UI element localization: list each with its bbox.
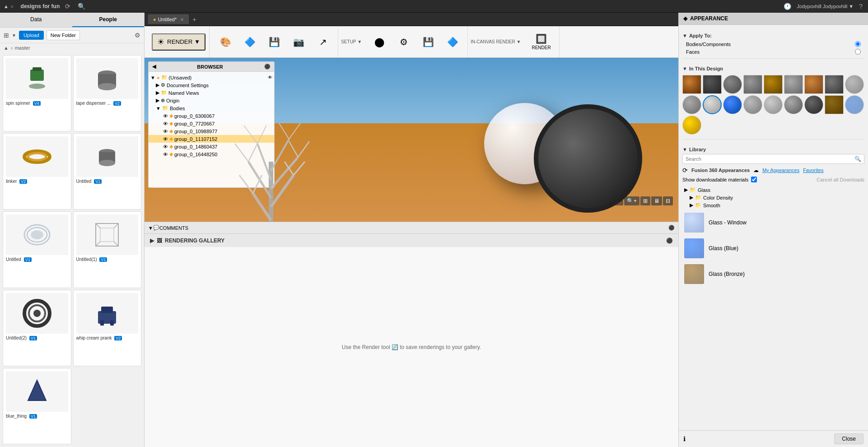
sync-icon[interactable]: ⟳ [63,2,72,11]
design-item[interactable]: Untitled V1 [3,211,71,288]
comments-expand-icon[interactable]: ▼ [148,225,153,231]
folder-color-density[interactable]: ▶ 📁 Color Density [682,194,864,201]
material-thumb-14[interactable] [764,95,783,114]
settings-icon[interactable]: ⚙ [135,32,140,39]
nav-zoom-btn[interactable]: 🔍+ [624,196,639,205]
material-thumb-5[interactable] [764,75,783,94]
panel-footer: ℹ Close [679,430,868,447]
design-item[interactable]: whip cream prank V2 [73,290,142,366]
material-thumb-15[interactable] [784,95,803,114]
svg-point-10 [99,160,115,166]
canvas-btn-2[interactable]: ⚙ [392,34,415,50]
nav-fit-btn[interactable]: ⊞ [640,196,650,205]
apply-to-header[interactable]: ▼ Apply To: [682,31,864,40]
folder-icon: 📁 [695,202,701,208]
design-item[interactable]: blue_thing V1 [3,368,71,444]
material-thumb-16[interactable] [804,95,823,114]
material-thumb-7[interactable] [804,75,823,94]
gallery-expand-icon[interactable]: ▶ [150,237,154,244]
active-tab[interactable]: ● Untitled* ✕ [148,14,189,24]
material-thumb-2[interactable] [703,75,722,94]
design-item[interactable]: spin spinner V4 [3,55,71,131]
view-dropdown-icon[interactable]: ▼ [12,33,16,38]
tab-people[interactable]: People [72,13,145,27]
faces-radio[interactable] [855,49,861,55]
setup-btn-2[interactable]: 🔷 [238,34,261,50]
design-item[interactable]: tape dispenser ... V2 [73,55,142,131]
nav-display-btn[interactable]: 🖥 [651,196,662,205]
cancel-downloads-btn[interactable]: Cancel all Downloads [817,177,864,182]
show-downloads-checkbox[interactable] [751,177,757,182]
material-glass-blue[interactable]: Glass (Blue) [682,236,864,261]
tree-item-label: group_0_11107152 [174,136,217,142]
comments-icon: 💬 [153,225,159,231]
material-thumb-6[interactable] [784,75,803,94]
design-item[interactable]: Untitled(2) V1 [3,290,71,366]
search-icon[interactable]: 🔍 [76,2,87,11]
close-button[interactable]: Close [834,433,863,444]
material-thumb-1[interactable] [682,75,701,94]
material-thumb-18[interactable] [845,95,864,114]
lib-tab-my[interactable]: My Appearances [762,168,799,173]
material-thumb-10[interactable] [682,95,701,114]
comments-label[interactable]: COMMENTS [159,225,188,231]
folder-smooth[interactable]: ▶ 📁 Smooth [682,201,864,209]
refresh-icon[interactable]: ⟳ [682,167,688,174]
design-item[interactable]: Untitled(1) V1 [73,211,142,288]
view-toggle-icon[interactable]: ⊞ [4,32,9,39]
setup-btn-1[interactable]: 🎨 [214,34,237,50]
library-tabs: ⟳ Fusion 360 Appearances ☁ My Appearance… [682,167,864,174]
in-design-header[interactable]: ▼ In This Design [682,64,864,73]
material-thumb-9[interactable] [845,75,864,94]
breadcrumb-label[interactable]: master [15,45,30,51]
material-thumb-12[interactable] [723,95,742,114]
new-folder-button[interactable]: New Folder [47,30,80,40]
render-final-btn[interactable]: 🔲 RENDER [527,31,555,53]
material-thumb-8[interactable] [825,75,844,94]
tab-close-icon[interactable]: ✕ [180,17,184,22]
setup-btn-4[interactable]: 📷 [287,34,310,50]
material-glass-bronze[interactable]: Glass (Bronze) [682,261,864,287]
faces-radio-row: Faces [682,48,864,56]
setup-btn-3[interactable]: 💾 [263,34,285,50]
material-thumb-11[interactable] [703,95,722,114]
setup-btn-5[interactable]: ↗ [312,34,334,50]
tab-data[interactable]: Data [0,13,72,27]
search-icon[interactable]: 🔍 [854,156,861,162]
canvas-btn-1[interactable]: ⬤ [368,34,391,50]
upload-button[interactable]: Upload [19,31,44,40]
material-thumb-13[interactable] [743,95,762,114]
help-icon[interactable]: ? [857,2,864,11]
comments-pin-icon[interactable]: ⚫ [668,225,675,231]
tree-material-icon: ◆ [169,121,173,126]
browser-collapse-icon[interactable]: ◀ [152,64,156,70]
canvas-btn-4[interactable]: 🔷 [441,34,464,50]
canvas-btn-3[interactable]: 💾 [417,34,439,50]
gallery-label[interactable]: RENDERING GALLERY [165,237,224,244]
library-header[interactable]: ▼ Library [682,145,864,154]
material-thumb-3[interactable] [723,75,742,94]
user-menu[interactable]: Jodypovhill Jodypovhill ▼ [797,4,854,9]
material-thumb-19[interactable] [682,116,701,135]
info-icon[interactable]: ℹ [683,435,686,442]
bodies-radio[interactable] [855,41,861,47]
search-input[interactable] [686,156,854,162]
gallery-pin-icon[interactable]: ⚫ [666,237,673,244]
material-glass-window[interactable]: Glass - Window [682,210,864,236]
browser-pin-icon[interactable]: ⚫ [264,64,271,70]
breadcrumb-up-icon[interactable]: ▲ [4,45,9,51]
nav-grid-btn[interactable]: ⊟ [663,196,673,205]
design-item[interactable]: Untitled V1 [73,133,142,210]
folder-glass[interactable]: ▶ 📁 Glass [682,186,864,194]
material-thumb-4[interactable] [743,75,762,94]
design-item[interactable]: tinker V2 [3,133,71,210]
lib-tab-favorites[interactable]: Favorites [803,168,823,173]
clock-icon[interactable]: 🕐 [782,2,793,11]
in-design-label: In This Design [689,66,723,71]
new-tab-button[interactable]: + [191,16,198,23]
design-grid: spin spinner V4 tape dispenser ... V2 [0,52,144,447]
material-thumb-17[interactable] [825,95,844,114]
render-dropdown-button[interactable]: ☀ RENDER ▼ [152,33,205,51]
3d-viewport[interactable]: ◀ BROWSER ⚫ ▼ ● 📁 (Unsaved) 👁 ▶ [145,58,678,222]
lib-tab-fusion[interactable]: Fusion 360 Appearances [691,168,750,173]
